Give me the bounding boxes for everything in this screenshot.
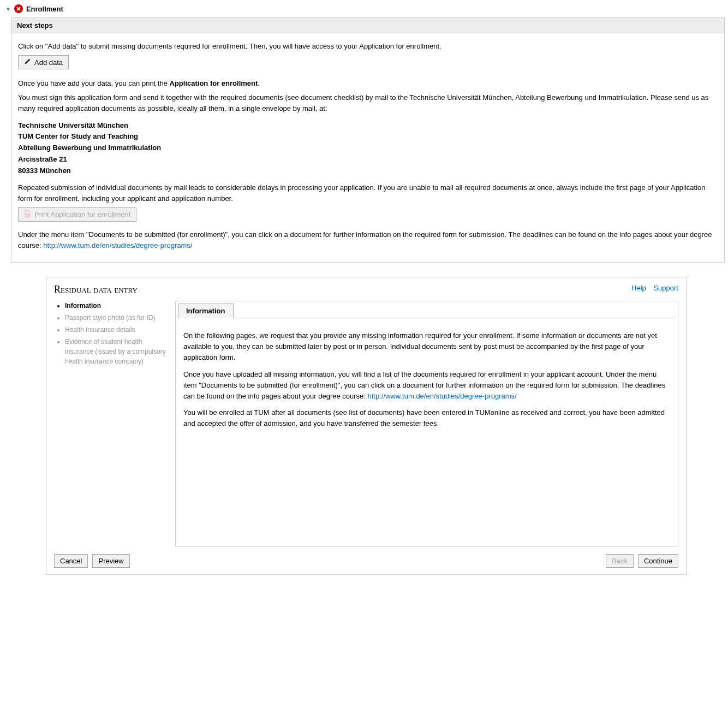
address-line-5: 80333 München: [18, 165, 718, 177]
enrollment-title: Enrollment: [26, 5, 63, 13]
add-data-label: Add data: [34, 58, 63, 67]
enrollment-panel-header: ▼ Enrollment: [3, 3, 725, 14]
pencil-icon: [24, 58, 31, 67]
residual-title: Residual data entry: [54, 284, 678, 295]
error-circle-icon: [14, 4, 23, 13]
cancel-button[interactable]: Cancel: [54, 554, 88, 568]
mailing-address: Technische Universität München TUM Cente…: [18, 120, 718, 177]
next-steps-body: Click on "Add data" to submit missing do…: [11, 33, 724, 262]
para2-suffix: .: [258, 79, 260, 87]
sidebar-item-health-evidence[interactable]: Evidence of student health insurance (is…: [65, 337, 169, 366]
para2-prefix: Once you have add your data, you can pri…: [18, 79, 170, 87]
button-bar: Cancel Preview Back Continue: [54, 554, 678, 568]
para2-bold: Application for enrollment: [170, 79, 258, 87]
address-line-4: Arcisstraße 21: [18, 154, 718, 165]
help-link[interactable]: Help: [631, 284, 646, 292]
repeated-submission-note: Repeated submission of individual docume…: [18, 182, 718, 204]
tab-information[interactable]: Information: [178, 304, 234, 318]
next-steps-header: Next steps: [11, 18, 724, 33]
address-line-1: Technische Universität München: [18, 120, 718, 132]
degree-programs-link-2[interactable]: http://www.tum.de/en/studies/degree-prog…: [368, 392, 517, 400]
address-line-3: Abteilung Bewerbung und Immatrikulation: [18, 142, 718, 154]
preview-button[interactable]: Preview: [92, 554, 129, 568]
next-steps-panel: Next steps Click on "Add data" to submit…: [11, 17, 725, 263]
residual-content-area: Information On the following pages, we r…: [175, 301, 678, 546]
top-links: Help Support: [626, 284, 678, 292]
residual-data-entry-panel: Residual data entry Help Support Informa…: [46, 277, 687, 575]
info-p2: Once you have uploaded all missing infor…: [183, 369, 670, 402]
info-p1: On the following pages, we request that …: [183, 330, 670, 363]
intro-text: Click on "Add data" to submit missing do…: [18, 41, 718, 52]
info-p3: You will be enrolled at TUM after all do…: [183, 407, 670, 429]
disclosure-triangle-icon[interactable]: ▼: [5, 6, 11, 12]
tab-information-content: On the following pages, we request that …: [178, 318, 676, 544]
sidebar-item-photo[interactable]: Passport style photo (as for ID): [65, 313, 169, 323]
add-data-button[interactable]: Add data: [18, 55, 69, 69]
back-button: Back: [606, 554, 634, 568]
sidebar-item-health-details[interactable]: Health Insurance details: [65, 325, 169, 335]
pdf-icon: [24, 210, 31, 219]
mail-instructions: You must sign this application form and …: [18, 92, 718, 114]
print-application-button: Print Application for enrollment: [18, 207, 136, 222]
print-intro: Once you have add your data, you can pri…: [18, 78, 718, 89]
support-link[interactable]: Support: [653, 284, 678, 292]
continue-button[interactable]: Continue: [638, 554, 678, 568]
print-application-label: Print Application for enrollment: [34, 210, 130, 218]
address-line-2: TUM Center for Study and Teaching: [18, 131, 718, 142]
sidebar-item-information[interactable]: Information: [65, 301, 169, 311]
degree-programs-link[interactable]: http://www.tum.de/en/studies/degree-prog…: [43, 241, 192, 249]
residual-sidebar: Information Passport style photo (as for…: [54, 301, 169, 546]
deadline-info: Under the menu item "Documents to be sub…: [18, 229, 718, 251]
